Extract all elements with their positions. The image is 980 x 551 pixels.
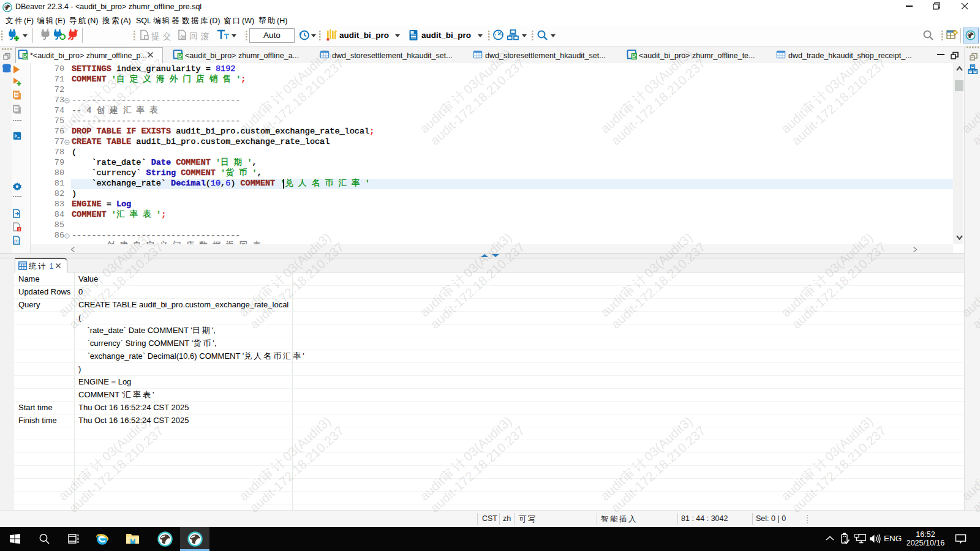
svg-text:(x): (x) [14,239,19,244]
